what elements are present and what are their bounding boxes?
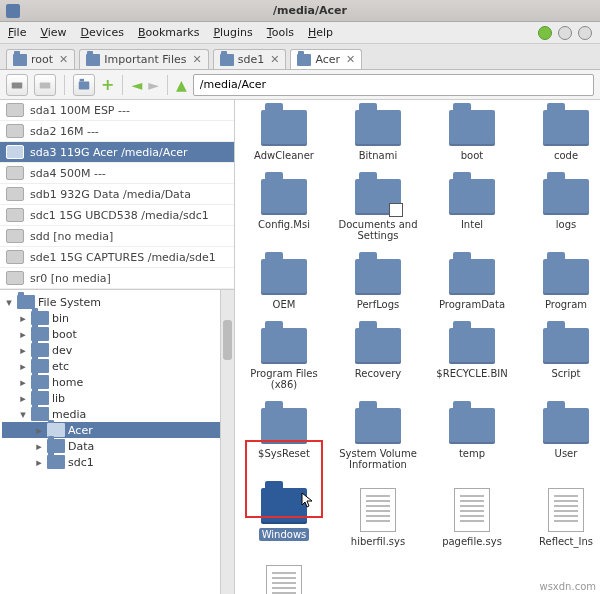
expand-icon[interactable]: ▸	[18, 344, 28, 357]
item-label: Reflect_Ins	[539, 536, 593, 547]
folder-icon	[355, 408, 401, 444]
expand-icon[interactable]: ▸	[34, 424, 44, 437]
folder-icon	[31, 359, 49, 373]
menu-view[interactable]: View	[40, 26, 66, 39]
folder-item[interactable]: Bitnami	[333, 110, 423, 161]
device-label: sdc1 15G UBCD538 /media/sdc1	[30, 209, 209, 222]
folder-item[interactable]: logs	[521, 179, 600, 241]
folder-item[interactable]: $RECYCLE.BIN	[427, 328, 517, 390]
collapse-icon[interactable]: ▾	[18, 408, 28, 421]
expand-icon[interactable]: ▾	[4, 296, 14, 309]
item-label: code	[554, 150, 578, 161]
file-view[interactable]: AdwCleaner Bitnami boot code Config.Msi …	[235, 100, 600, 594]
folder-item[interactable]: PerfLogs	[333, 259, 423, 310]
device-item[interactable]: sdd [no media]	[0, 226, 234, 247]
folder-item[interactable]: Script	[521, 328, 600, 390]
home-button[interactable]	[73, 74, 95, 96]
folder-item[interactable]: User	[521, 408, 600, 470]
path-input[interactable]	[193, 74, 594, 96]
folder-icon	[31, 311, 49, 325]
titlebar: /media/Acer	[0, 0, 600, 22]
folder-icon	[261, 408, 307, 444]
folder-icon	[31, 375, 49, 389]
tree-item[interactable]: ▸Data	[2, 438, 232, 454]
expand-icon[interactable]: ▸	[18, 376, 28, 389]
device-item[interactable]: sdb1 932G Data /media/Data	[0, 184, 234, 205]
folder-item[interactable]: Config.Msi	[239, 179, 329, 241]
close-icon[interactable]: ✕	[270, 53, 279, 66]
expand-icon[interactable]: ▸	[34, 440, 44, 453]
folder-icon	[261, 328, 307, 364]
tree-item-media[interactable]: ▾media	[2, 406, 232, 422]
directory-tree[interactable]: ▾File System ▸bin ▸boot ▸dev ▸etc ▸home …	[0, 290, 234, 594]
menu-file[interactable]: File	[8, 26, 26, 39]
up-button[interactable]: ▲	[176, 77, 187, 93]
tab-important-files[interactable]: Important Files✕	[79, 49, 208, 69]
menu-bookmarks[interactable]: Bookmarks	[138, 26, 199, 39]
folder-item[interactable]: OEM	[239, 259, 329, 310]
separator	[64, 75, 65, 95]
folder-item[interactable]: System Volume Information	[333, 408, 423, 470]
forward-button[interactable]: ►	[148, 77, 159, 93]
tree-label: home	[52, 376, 83, 389]
file-icon	[266, 565, 302, 594]
tab-root[interactable]: root✕	[6, 49, 75, 69]
tab-sde1[interactable]: sde1✕	[213, 49, 287, 69]
tabbar: root✕ Important Files✕ sde1✕ Acer✕	[0, 44, 600, 70]
file-item-partial[interactable]	[239, 565, 329, 594]
close-icon[interactable]: ✕	[346, 53, 355, 66]
folder-item[interactable]: temp	[427, 408, 517, 470]
device-item[interactable]: sdc1 15G UBCD538 /media/sdc1	[0, 205, 234, 226]
device-item[interactable]: sda2 16M ---	[0, 121, 234, 142]
folder-icon	[47, 439, 65, 453]
menu-plugins[interactable]: Plugins	[213, 26, 252, 39]
folder-item[interactable]: Program Files (x86)	[239, 328, 329, 390]
menu-tools[interactable]: Tools	[267, 26, 294, 39]
device-item[interactable]: sda4 500M ---	[0, 163, 234, 184]
device-item[interactable]: sda1 100M ESP ---	[0, 100, 234, 121]
device-button-2[interactable]	[34, 74, 56, 96]
device-label: sda4 500M ---	[30, 167, 106, 180]
device-item[interactable]: sde1 15G CAPTURES /media/sde1	[0, 247, 234, 268]
expand-icon[interactable]: ▸	[18, 360, 28, 373]
folder-item-windows[interactable]: Windows	[239, 488, 329, 547]
expand-icon[interactable]: ▸	[34, 456, 44, 469]
device-item[interactable]: sr0 [no media]	[0, 268, 234, 289]
folder-item[interactable]: $SysReset	[239, 408, 329, 470]
device-button[interactable]	[6, 74, 28, 96]
vertical-scrollbar[interactable]	[220, 290, 234, 594]
tree-item[interactable]: ▸sdc1	[2, 454, 232, 470]
close-icon[interactable]: ✕	[59, 53, 68, 66]
file-icon	[454, 488, 490, 532]
folder-item[interactable]: Documents and Settings	[333, 179, 423, 241]
folder-item[interactable]: Intel	[427, 179, 517, 241]
scrollbar-thumb[interactable]	[223, 320, 232, 360]
folder-item[interactable]: AdwCleaner	[239, 110, 329, 161]
folder-icon	[543, 179, 589, 215]
file-item[interactable]: Reflect_Ins	[521, 488, 600, 547]
folder-item[interactable]: Recovery	[333, 328, 423, 390]
back-button[interactable]: ◄	[131, 77, 142, 93]
folder-item[interactable]: code	[521, 110, 600, 161]
menu-help[interactable]: Help	[308, 26, 333, 39]
tab-acer[interactable]: Acer✕	[290, 49, 362, 69]
folder-item[interactable]: ProgramData	[427, 259, 517, 310]
new-tab-button[interactable]: +	[101, 75, 114, 94]
device-item-selected[interactable]: sda3 119G Acer /media/Acer	[0, 142, 234, 163]
expand-icon[interactable]: ▸	[18, 328, 28, 341]
folder-item[interactable]: Program	[521, 259, 600, 310]
expand-icon[interactable]: ▸	[18, 392, 28, 405]
close-icon[interactable]: ✕	[192, 53, 201, 66]
folder-icon	[543, 110, 589, 146]
device-label: sdb1 932G Data /media/Data	[30, 188, 191, 201]
tree-item-acer[interactable]: ▸Acer	[2, 422, 232, 438]
drive-icon	[6, 208, 24, 222]
drive-icon	[6, 166, 24, 180]
menu-devices[interactable]: Devices	[81, 26, 124, 39]
folder-item[interactable]: boot	[427, 110, 517, 161]
indicator-dots	[538, 26, 592, 40]
folder-icon	[261, 488, 307, 524]
file-item[interactable]: hiberfil.sys	[333, 488, 423, 547]
expand-icon[interactable]: ▸	[18, 312, 28, 325]
file-item[interactable]: pagefile.sys	[427, 488, 517, 547]
